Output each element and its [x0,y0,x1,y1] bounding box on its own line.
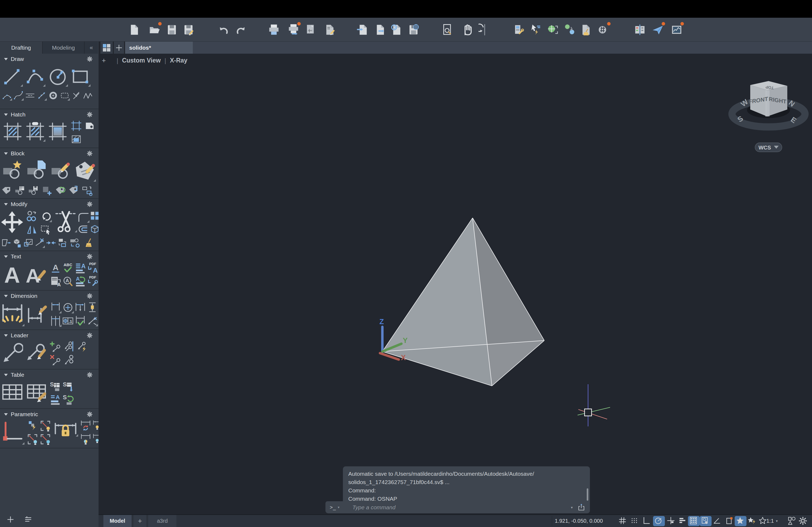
page-setup-icon[interactable] [305,24,317,36]
status-osnap-tracking-toggle[interactable] [677,516,689,526]
status-snap-toggle[interactable] [629,516,641,526]
pdf-import-icon[interactable]: PDFA [86,262,98,274]
export-icon[interactable] [374,24,387,36]
model-tab[interactable]: Model [103,515,132,527]
hide-constraints-icon[interactable] [26,433,39,446]
rotate-icon[interactable] [40,210,52,223]
hatch-icon[interactable] [2,121,23,142]
polyline-icon[interactable] [83,90,93,101]
join-icon[interactable] [46,238,56,248]
write-block-icon[interactable] [28,185,39,196]
workspace-icon[interactable] [786,516,798,526]
drawing-compare-icon[interactable] [634,24,646,36]
edit-table-icon[interactable] [25,380,49,404]
command-input[interactable]: >_ ▾ Type a command ▾ [325,501,590,513]
undo-icon[interactable] [217,24,230,36]
attr-sync-icon[interactable] [55,185,66,196]
model-viewport[interactable]: + | Custom View | X-Ray Z Y [99,54,812,514]
polyline-arc-icon[interactable] [2,90,12,101]
align-leaders-icon[interactable] [62,341,75,353]
status-grid-toggle[interactable] [617,516,629,526]
attr-frame-icon[interactable] [68,185,79,196]
print-icon[interactable] [268,24,280,36]
mtext-icon[interactable]: A [1,263,24,286]
stretch-icon[interactable] [1,238,11,248]
table-cells-icon[interactable]: A [49,394,62,406]
circle-icon[interactable] [47,66,68,87]
palette-list-icon[interactable] [24,515,33,524]
add-layout-button[interactable]: + [133,515,146,527]
create-block-icon[interactable] [25,160,47,181]
command-dropdown[interactable]: ▾ [571,505,573,510]
dim-center-icon[interactable] [62,301,74,314]
section-header-dimension[interactable]: Dimension [0,291,99,301]
text-underline-icon[interactable]: A [49,262,62,274]
text-align-icon[interactable]: A [74,275,86,288]
table-sync-icon[interactable]: S [62,394,75,406]
mirror-icon[interactable] [26,224,38,236]
copy-nested-icon[interactable] [69,238,80,248]
add-leader-icon[interactable] [49,341,62,353]
align-icon[interactable] [57,238,68,248]
section-gear-icon[interactable] [87,111,93,119]
quick-select-icon[interactable] [529,24,541,36]
break-icon[interactable] [71,90,82,101]
dim-quick-icon[interactable] [0,302,25,327]
status-annotation-visibility-toggle[interactable] [735,516,746,526]
dim-baseline-icon[interactable] [49,315,62,327]
status-isometric-toggle[interactable] [711,516,723,526]
import-icon[interactable] [357,24,369,36]
trim-icon[interactable] [54,210,77,232]
edit-attribute-icon[interactable] [74,160,96,182]
save-icon[interactable] [166,24,178,36]
tetrahedron-solid[interactable] [382,218,544,386]
visual-styles-icon[interactable] [564,24,576,36]
section-header-hatch[interactable]: Hatch [0,109,99,120]
save-web-icon[interactable] [407,24,420,36]
tool-sets-icon[interactable] [512,24,525,36]
text-find-icon[interactable]: A [62,275,74,288]
dim-update-icon[interactable] [86,301,98,313]
hatch-set-icon[interactable] [70,133,82,145]
section-gear-icon[interactable] [87,411,93,418]
view-cube[interactable]: TOP FRONT RIGHT W N S E WCS [722,74,812,160]
command-scrollbar[interactable] [587,488,588,501]
section-header-table[interactable]: Table [0,370,99,380]
leader-icon[interactable] [1,342,23,364]
document-tab[interactable]: solidos* [125,42,193,54]
tab-drafting[interactable]: Drafting [0,42,42,54]
share-icon[interactable] [652,24,664,36]
tool-tag-icon[interactable] [84,120,96,132]
plot-icon[interactable] [287,24,300,36]
pdf-settings-icon[interactable]: PDF [86,275,98,287]
viewport-layout-button[interactable] [100,42,113,54]
drawing-canvas[interactable]: Z Y X [99,54,812,514]
auto-constrain-icon[interactable] [26,420,39,432]
tab-modeling[interactable]: Modeling [42,42,85,54]
table-icon[interactable] [1,380,24,404]
redo-icon[interactable] [235,24,247,36]
move-icon[interactable] [1,211,24,234]
section-header-parametric[interactable]: Parametric [0,409,99,420]
wcs-dropdown[interactable]: WCS [755,143,782,152]
section-gear-icon[interactable] [87,332,93,340]
hide-all-constraints-icon[interactable] [39,433,52,446]
plot-style-edit-icon[interactable] [323,24,336,36]
status-annotation-star-toggle[interactable] [757,516,769,526]
dim-angle-icon[interactable]: x [86,315,98,327]
save-as-icon[interactable] [182,24,195,36]
section-gear-icon[interactable] [87,201,93,208]
plot-preview-icon[interactable] [441,24,453,36]
section-gear-icon[interactable] [87,372,93,379]
section-gear-icon[interactable] [87,254,93,260]
constraint-update-icon[interactable] [79,420,92,432]
show-constraints-icon[interactable] [39,420,52,432]
open-file-icon[interactable] [148,24,161,36]
status-hatch-toggle-toggle[interactable] [688,516,700,526]
settings-gear-icon[interactable] [797,516,809,526]
dim-linear-icon[interactable] [49,301,62,314]
arc-icon[interactable] [25,66,46,87]
spline-icon[interactable] [13,90,24,101]
measure-icon[interactable] [36,90,47,101]
status-ortho-toggle[interactable] [640,516,652,526]
